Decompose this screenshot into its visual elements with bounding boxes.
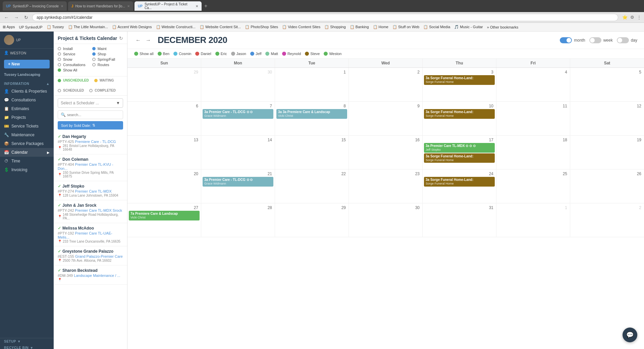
status-waiting[interactable]: WAITING — [94, 79, 114, 82]
cal-cell-0-0[interactable]: 29 — [127, 68, 201, 101]
back-btn[interactable]: ← — [3, 14, 10, 21]
legend-item-cosmin[interactable]: Cosmin — [173, 52, 191, 56]
browser-tab-3[interactable]: UP SynkedUP – Project & Ticket Ca... ✕ — [135, 1, 202, 11]
bookmark-synkedup[interactable]: UP SynkedUP — [19, 25, 43, 29]
cal-cell-0-2[interactable]: 1 — [275, 68, 349, 101]
sidebar-item-time[interactable]: ⏱ Time — [0, 157, 54, 165]
cal-cell-3-5[interactable]: 25 — [496, 169, 570, 203]
cal-cell-2-5[interactable]: 18 — [496, 136, 570, 169]
cal-cell-2-1[interactable]: 14 — [201, 136, 275, 169]
next-month-btn[interactable]: → — [144, 37, 152, 44]
search-box[interactable]: 🔍 — [58, 110, 123, 119]
cal-cell-1-3[interactable]: 9 — [349, 102, 423, 135]
bookmark-video[interactable]: 📋 Video Content Sites — [282, 25, 320, 29]
search-input[interactable] — [67, 113, 120, 117]
cal-cell-4-0[interactable]: 277a Premiere Care & LandscapVicki Chris… — [127, 203, 201, 237]
cal-cell-3-3[interactable]: 23 — [349, 169, 423, 203]
reload-btn[interactable]: ↻ — [23, 14, 30, 21]
filter-maint[interactable]: Maint — [92, 47, 115, 51]
sidebar-item-service-tickets[interactable]: 🎫 Service Tickets — [0, 122, 54, 131]
filter-shop[interactable]: Shop — [92, 52, 115, 56]
tab-close-1[interactable]: ✕ — [61, 4, 63, 8]
day-toggle[interactable] — [617, 37, 629, 43]
client-item-1[interactable]: ✓ Don Coleman #PTY-404 Premier Care TL-K… — [54, 154, 127, 181]
legend-item-jeff[interactable]: Jeff — [250, 52, 262, 56]
filter-service[interactable]: Service — [58, 52, 86, 56]
cal-cell-3-6[interactable]: 26 — [570, 169, 644, 203]
new-button[interactable]: + New — [4, 60, 50, 68]
status-scheduled[interactable]: SCHEDULED — [58, 89, 84, 92]
sidebar-item-calendar[interactable]: 📅 Calendar ▶ — [0, 148, 54, 157]
client-item-5[interactable]: ✓ Greystone Grande Palazzo #EST-155 Gran… — [54, 246, 127, 265]
week-toggle[interactable] — [589, 37, 601, 43]
legend-item-weston[interactable]: Weston — [324, 52, 341, 56]
cal-event-1-2-0[interactable]: 3a 3a Premiere Care & LandscapVicki Chri… — [276, 109, 347, 119]
cal-event-4-0-0[interactable]: 7a Premiere Care & LandscapVicki Christ — [129, 211, 200, 220]
client-item-6[interactable]: ✓ Sharon Beckstead #DM-349 Landscape Mai… — [54, 265, 127, 285]
sort-bar[interactable]: Sort by Sold Date: ⇅ — [58, 121, 123, 130]
cal-cell-3-1[interactable]: 213a Premier Care - TL-DCG ⊙ ⊙Grace Widm… — [201, 169, 275, 203]
bookmark-tussey[interactable]: 📋 Tussey — [47, 25, 64, 29]
cal-event-2-4-1[interactable]: 3a Sorge Funeral Home-Land:Sorge Funeral… — [424, 153, 495, 163]
status-completed[interactable]: COMPLETED — [89, 89, 116, 92]
cal-cell-0-4[interactable]: 33a Sorge Funeral Home-Land:Sorge Funera… — [423, 68, 496, 101]
cal-cell-1-2[interactable]: 83a 3a Premiere Care & LandscapVicki Chr… — [275, 102, 349, 135]
cal-cell-0-3[interactable]: 2 — [349, 68, 423, 101]
sidebar-item-clients[interactable]: 👤 Clients & Properties — [0, 87, 54, 96]
cal-cell-4-4[interactable]: 31 — [423, 203, 496, 237]
cal-cell-0-6[interactable]: 5 — [570, 68, 644, 101]
browser-tab-1[interactable]: UP SynkedUP – Invoicing Console ✕ — [3, 1, 67, 11]
month-toggle[interactable] — [560, 37, 572, 43]
legend-item-eric[interactable]: Eric — [215, 52, 227, 56]
scheduler-select[interactable]: Select a Scheduler ... ▼ — [58, 98, 123, 108]
cal-event-0-4-0[interactable]: 3a Sorge Funeral Home-Land:Sorge Funeral… — [424, 75, 495, 85]
new-tab-btn[interactable]: + — [204, 3, 207, 9]
cal-cell-2-3[interactable]: 16 — [349, 136, 423, 169]
recycle-bin-section[interactable]: RECYCLE BIN ▼ — [0, 345, 54, 349]
bookmark-website-content[interactable]: 📋 Website Content Sit... — [200, 25, 241, 29]
cal-cell-1-0[interactable]: 6 — [127, 102, 201, 135]
setup-section[interactable]: SETUP ▼ — [0, 338, 54, 345]
browser-tab-2[interactable]: J How to insert Handlebars for [lo... ✕ — [68, 1, 133, 11]
legend-item-ben[interactable]: Ben — [158, 52, 170, 56]
sidebar-item-consultations[interactable]: 💬 Consultations — [0, 96, 54, 104]
bookmark-stuff[interactable]: 📋 Stuff on Web — [392, 25, 419, 29]
bookmark-shopping[interactable]: 📋 Shopping — [324, 25, 346, 29]
forward-btn[interactable]: → — [13, 14, 20, 21]
legend-item-jason[interactable]: Jason — [231, 52, 246, 56]
sidebar-item-projects[interactable]: 📁 Projects — [0, 113, 54, 122]
cal-event-3-4-0[interactable]: 3a Sorge Funeral Home-Land:Sorge Funeral… — [424, 177, 495, 187]
cal-cell-1-6[interactable]: 12 — [570, 102, 644, 135]
sidebar-item-service-packages[interactable]: 📦 Service Packages — [0, 139, 54, 148]
cal-cell-4-3[interactable]: 30 — [349, 203, 423, 237]
client-item-0[interactable]: ✓ Dan Hegarty #PTY-425 Premiere Care - T… — [54, 132, 127, 154]
bookmark-music[interactable]: 🎵 Music - Guitar — [454, 25, 483, 29]
cal-event-1-4-0[interactable]: 3a Sorge Funeral Home-Land:Sorge Funeral… — [424, 109, 495, 119]
legend-item-steve[interactable]: Steve — [305, 52, 320, 56]
cal-cell-1-4[interactable]: 103a Sorge Funeral Home-Land:Sorge Funer… — [423, 102, 496, 135]
client-item-3[interactable]: ✓ John & Jan Srock #PTY-242 Premier Care… — [54, 200, 127, 223]
sidebar-item-estimates[interactable]: 📋 Estimates — [0, 104, 54, 113]
cal-cell-3-4[interactable]: 243a Sorge Funeral Home-Land:Sorge Funer… — [423, 169, 496, 203]
bookmark-social[interactable]: 📋 Social Media — [423, 25, 450, 29]
cal-cell-0-1[interactable]: 30 — [201, 68, 275, 101]
cal-cell-4-1[interactable]: 28 — [201, 203, 275, 237]
cal-cell-2-6[interactable]: 19 — [570, 136, 644, 169]
legend-item-matt[interactable]: Matt — [265, 52, 278, 56]
bookmark-website-constr[interactable]: 📋 Website Constructi... — [156, 25, 196, 29]
chat-button[interactable]: 💬 — [623, 328, 637, 342]
prev-month-btn[interactable]: ← — [134, 37, 142, 44]
bookmark-photoshop[interactable]: 📋 PhotoShop Sites — [245, 25, 278, 29]
filter-snow[interactable]: Snow — [58, 57, 86, 61]
cal-cell-1-5[interactable]: 11 — [496, 102, 570, 135]
tab-close-3[interactable]: ✕ — [196, 4, 198, 8]
cal-cell-3-2[interactable]: 22 — [275, 169, 349, 203]
cal-cell-4-5[interactable]: 1 — [496, 203, 570, 237]
cal-event-2-4-0[interactable]: 3a Premier Care TL-MDX ⊙ ⊙ ⊙Jeff Stopko — [424, 143, 495, 153]
cal-cell-2-0[interactable]: 13 — [127, 136, 201, 169]
cal-cell-2-4[interactable]: 173a Premier Care TL-MDX ⊙ ⊙ ⊙Jeff Stopk… — [423, 136, 496, 169]
cal-cell-1-1[interactable]: 73a Premier Care - TL-DCG ⊙ ⊙Grace Widma… — [201, 102, 275, 135]
sidebar-item-invoicing[interactable]: 💲 Invoicing — [0, 165, 54, 174]
cal-event-3-1-0[interactable]: 3a Premier Care - TL-DCG ⊙ ⊙Grace Widman… — [203, 177, 273, 187]
filter-routes[interactable]: Routes — [92, 63, 115, 67]
